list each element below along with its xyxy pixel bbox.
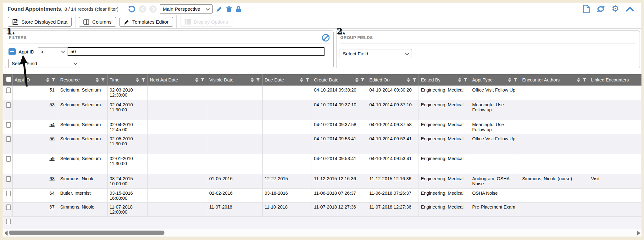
column-header-edited-on[interactable]: Edited On: [367, 74, 419, 86]
filter-funnel-icon[interactable]: [256, 78, 260, 82]
columns-label: Columns: [92, 19, 111, 25]
cell-resource: Selenium, Selenium: [58, 154, 107, 174]
cell-linked-encounters: [589, 86, 641, 100]
row-checkbox[interactable]: [6, 156, 11, 162]
sort-icon[interactable]: [136, 78, 139, 82]
sort-icon[interactable]: [508, 78, 511, 82]
sort-icon[interactable]: [355, 78, 358, 82]
filter-funnel-icon[interactable]: [361, 78, 365, 82]
filter-funnel-icon[interactable]: [305, 78, 309, 82]
history-back-button[interactable]: [139, 5, 146, 13]
add-filter-field-select[interactable]: Select Field: [8, 59, 80, 68]
appt-id-link[interactable]: 59: [49, 156, 54, 161]
sort-icon[interactable]: [577, 78, 580, 82]
column-header-next-apt-date[interactable]: Next Apt Date: [147, 74, 207, 86]
column-header-visible-date[interactable]: Visible Date: [207, 74, 262, 86]
grid-icon: [185, 19, 191, 25]
cell-select: [3, 86, 12, 100]
cell-edited-by: Engineering, Medical: [419, 174, 470, 188]
group-field-select[interactable]: Select Field: [340, 49, 412, 58]
filter-funnel-icon[interactable]: [201, 78, 205, 82]
settings-button[interactable]: ⚙: [612, 5, 619, 13]
filter-funnel-icon[interactable]: [141, 78, 145, 82]
cell-edited-by: Engineering, Medical: [419, 86, 470, 100]
display-options-label: Display Options: [194, 19, 228, 25]
row-checkbox[interactable]: [6, 191, 11, 196]
delete-perspective-button[interactable]: [226, 6, 232, 12]
filter-value-input[interactable]: [68, 47, 325, 56]
cell-create-date: 04-10-2014 09:37:58: [312, 120, 367, 134]
appt-id-link[interactable]: 63: [49, 176, 54, 181]
columns-icon: [83, 19, 89, 25]
cell-create-date: 04-10-2014 09:30:20: [312, 86, 367, 100]
lock-perspective-button[interactable]: [236, 6, 242, 13]
cell-edited-by: Engineering, Medical: [419, 202, 470, 216]
filter-operator-select[interactable]: >: [38, 47, 68, 56]
sort-icon[interactable]: [96, 78, 99, 82]
edit-perspective-button[interactable]: [216, 6, 223, 12]
sort-icon[interactable]: [300, 78, 303, 82]
column-header-appt-id[interactable]: Appt ID: [12, 74, 58, 86]
column-header-time[interactable]: Time: [107, 74, 147, 86]
table-row: 67Simmons, Nicole11-07-2018 12:00:0011-0…: [3, 202, 641, 216]
column-header-due-date[interactable]: Due Date: [262, 74, 312, 86]
row-checkbox[interactable]: [6, 176, 11, 182]
appt-id-link[interactable]: 64: [49, 191, 54, 196]
filter-funnel-icon[interactable]: [582, 78, 586, 82]
row-checkbox[interactable]: [6, 102, 11, 108]
filter-funnel-icon[interactable]: [52, 78, 56, 82]
cell-select: [3, 174, 12, 188]
filter-funnel-icon[interactable]: [464, 78, 468, 82]
column-header-edited-by[interactable]: Edited By: [419, 74, 470, 86]
sort-icon[interactable]: [458, 78, 461, 82]
cell-edited-by: Engineering, Medical: [419, 120, 470, 134]
appt-id-link[interactable]: 67: [49, 204, 54, 209]
row-checkbox[interactable]: [6, 219, 11, 224]
sort-icon[interactable]: [407, 78, 410, 82]
new-document-button[interactable]: [583, 5, 590, 13]
group-fields-heading-row: GROUP FIELDS: [340, 35, 636, 43]
cell-linked-encounters: [589, 202, 641, 216]
scroll-right-arrow[interactable]: [637, 231, 640, 236]
undo-button[interactable]: [128, 5, 136, 13]
cell-edited-by: Engineering, Medical: [419, 100, 470, 120]
filter-funnel-icon[interactable]: [514, 78, 518, 82]
filter-funnel-icon[interactable]: [101, 78, 105, 82]
column-header-appt-type[interactable]: Appt Type: [470, 74, 520, 86]
cell-appt-type: Audiogram, OSHA Noise: [470, 174, 520, 188]
column-header-create-date[interactable]: Create Date: [312, 74, 367, 86]
sort-icon[interactable]: [46, 78, 49, 82]
columns-button[interactable]: Columns: [79, 17, 116, 27]
row-checkbox[interactable]: [6, 122, 11, 128]
clear-all-filters-button[interactable]: [322, 34, 330, 42]
collapse-button[interactable]: [626, 6, 634, 12]
appt-id-link[interactable]: 53: [49, 102, 54, 107]
column-label: Due Date: [265, 77, 284, 82]
store-displayed-data-button[interactable]: Store Displayed Data: [8, 17, 72, 27]
column-header-encounter-authors[interactable]: Encounter Authors: [520, 74, 589, 86]
select-all-checkbox[interactable]: [6, 77, 11, 82]
cell-encounter-authors: Simmons, Nicole (nurse): [520, 174, 589, 188]
templates-editor-button[interactable]: Templates Editor: [119, 17, 173, 27]
appt-id-link[interactable]: 51: [49, 87, 54, 92]
perspective-select[interactable]: Main Perspective: [160, 4, 213, 14]
row-checkbox[interactable]: [6, 87, 11, 93]
scroll-left-arrow[interactable]: [4, 231, 8, 236]
column-header-resource[interactable]: Resource: [58, 74, 107, 86]
refresh-button[interactable]: [597, 5, 605, 13]
history-forward-button[interactable]: [149, 5, 157, 13]
appt-id-link[interactable]: 56: [49, 136, 54, 141]
appt-id-link[interactable]: 54: [49, 122, 54, 127]
cell-next-apt-date: [147, 134, 207, 154]
filter-funnel-icon[interactable]: [412, 78, 416, 82]
sort-icon[interactable]: [251, 78, 254, 82]
row-checkbox[interactable]: [6, 136, 11, 142]
sort-icon[interactable]: [195, 78, 198, 82]
remove-filter-button[interactable]: [8, 48, 16, 55]
scrollbar-thumb[interactable]: [9, 231, 164, 235]
cell-resource: Simmons, Nicole: [58, 174, 107, 188]
cell-time: 02-04-2010 12:45:00: [107, 120, 147, 134]
row-checkbox[interactable]: [6, 204, 11, 210]
cell-select: [3, 134, 12, 154]
clear-filter-link[interactable]: (clear filter): [95, 6, 119, 12]
